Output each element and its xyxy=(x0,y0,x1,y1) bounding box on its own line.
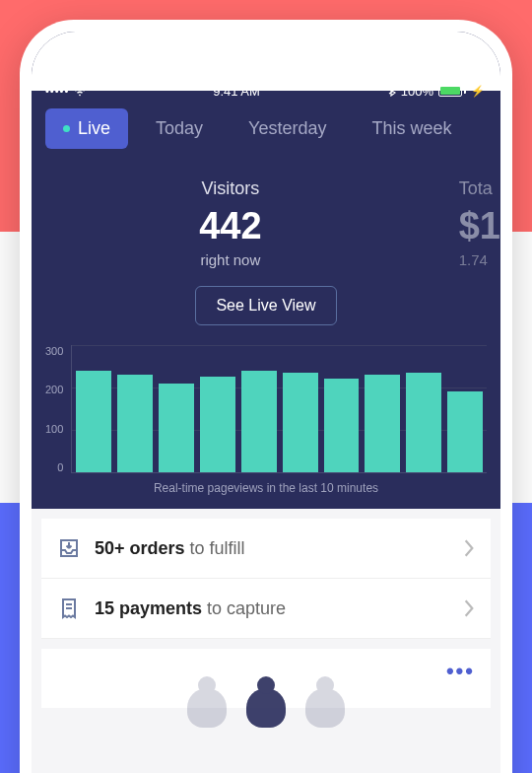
list-rest: to capture xyxy=(202,598,286,618)
chevron-right-icon xyxy=(463,538,475,558)
app-screen: ••••• 9:41 AM 100% ⚡ xyxy=(32,32,500,773)
chart-bar xyxy=(117,375,153,472)
see-live-wrap: See Live View xyxy=(32,268,500,325)
receipt-icon xyxy=(57,597,81,620)
see-live-view-button[interactable]: See Live View xyxy=(195,286,336,325)
tab-live[interactable]: Live xyxy=(45,108,128,149)
chart-bar xyxy=(406,373,441,472)
phone-frame: ••••• 9:41 AM 100% ⚡ xyxy=(20,20,512,773)
tab-yesterday[interactable]: Yesterday xyxy=(231,108,344,149)
chart-bar xyxy=(76,371,111,472)
list-item-orders-to-fulfill[interactable]: 50+ orders to fulfill xyxy=(41,519,491,579)
ytick: 300 xyxy=(45,345,63,357)
status-left: ••••• xyxy=(45,84,87,98)
person-icon xyxy=(246,688,286,728)
tab-label: Live xyxy=(78,118,110,139)
footer-card: ••• xyxy=(41,649,491,708)
chart-container: 300 200 100 0 xyxy=(45,345,487,473)
wifi-icon xyxy=(73,84,87,98)
list-text: 50+ orders to fulfill xyxy=(95,538,449,559)
tabs-row: Live Today Yesterday This week xyxy=(32,108,500,149)
tab-label: Today xyxy=(156,118,203,138)
list-bold: 50+ orders xyxy=(95,538,185,558)
ytick: 200 xyxy=(45,384,63,395)
bluetooth-icon xyxy=(386,83,396,100)
status-bar: ••••• 9:41 AM 100% ⚡ xyxy=(32,32,500,91)
tab-label: Yesterday xyxy=(248,118,326,138)
list-item-payments-to-capture[interactable]: 15 payments to capture xyxy=(41,579,491,639)
metric-label: Tota xyxy=(459,178,500,199)
chevron-right-icon xyxy=(463,598,475,618)
chart-plot xyxy=(71,345,487,473)
battery-icon xyxy=(438,85,466,97)
chart-bar xyxy=(241,371,277,472)
dashboard-header: Live Today Yesterday This week Visitors xyxy=(32,91,500,509)
illustration xyxy=(187,688,345,728)
list-text: 15 payments to capture xyxy=(95,598,449,619)
metric-label: Visitors xyxy=(61,178,400,199)
charging-icon: ⚡ xyxy=(471,85,485,98)
metric-value: $1 xyxy=(459,205,500,247)
metric-sub: 1.74 xyxy=(459,251,500,268)
ytick: 100 xyxy=(45,423,63,435)
chart-bar xyxy=(447,391,483,472)
action-list: 50+ orders to fulfill 15 payments to cap… xyxy=(32,509,500,639)
live-dot-icon xyxy=(63,125,70,132)
tab-label: This week xyxy=(371,118,451,138)
metric-total-sales-partial: Tota $1 1.74 xyxy=(430,178,500,268)
chart-bar xyxy=(159,384,194,472)
person-icon xyxy=(305,688,345,728)
chart-y-axis: 300 200 100 0 xyxy=(45,345,71,473)
more-menu-button[interactable]: ••• xyxy=(446,659,475,684)
status-time: 9:41 AM xyxy=(213,84,260,99)
tab-today[interactable]: Today xyxy=(138,108,221,149)
phone-inner: ••••• 9:41 AM 100% ⚡ xyxy=(32,32,500,773)
inbox-download-icon xyxy=(57,536,81,560)
status-right: 100% ⚡ xyxy=(386,83,485,100)
metrics-row: Visitors 442 right now Tota $1 1.74 xyxy=(32,178,500,268)
metric-visitors: Visitors 442 right now xyxy=(32,178,430,268)
metric-value: 442 xyxy=(61,205,400,247)
chart-bar xyxy=(365,375,400,472)
chart-bars xyxy=(72,345,487,472)
tab-this-week[interactable]: This week xyxy=(354,108,469,149)
ytick: 0 xyxy=(45,461,63,473)
metric-sub: right now xyxy=(61,251,400,268)
person-icon xyxy=(187,688,227,728)
chart-area: 300 200 100 0 Real-time pageviews in t xyxy=(32,345,500,509)
chart-caption: Real-time pageviews in the last 10 minut… xyxy=(45,481,487,495)
list-rest: to fulfill xyxy=(185,538,245,558)
signal-dots: ••••• xyxy=(45,85,69,97)
chart-bar xyxy=(324,379,360,472)
chart-bar xyxy=(200,377,235,472)
list-bold: 15 payments xyxy=(95,598,202,618)
battery-percent: 100% xyxy=(401,84,433,99)
chart-bar xyxy=(283,373,318,472)
